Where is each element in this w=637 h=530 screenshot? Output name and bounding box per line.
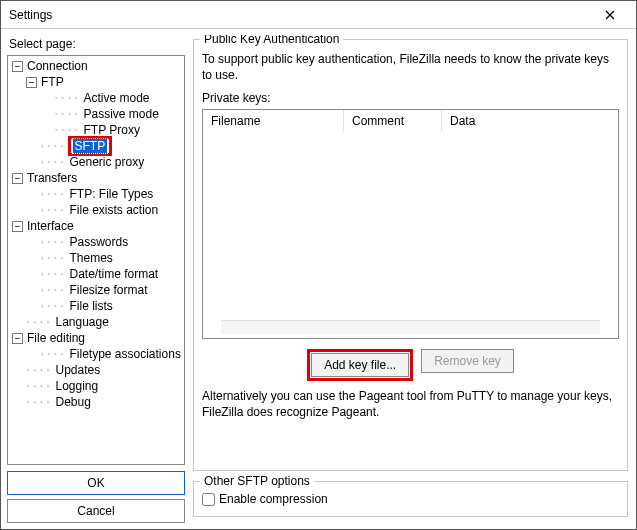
- right-pane: Public Key Authentication To support pub…: [191, 35, 630, 523]
- minus-icon[interactable]: −: [12, 333, 23, 344]
- tree-node-passwords[interactable]: ····Passwords: [26, 234, 184, 250]
- titlebar: Settings: [1, 1, 636, 29]
- minus-icon[interactable]: −: [26, 77, 37, 88]
- highlight-sftp: SFTP: [68, 136, 113, 156]
- tree-node-file-lists[interactable]: ····File lists: [26, 298, 184, 314]
- col-filename[interactable]: Filename: [203, 110, 343, 132]
- close-button[interactable]: [590, 4, 630, 26]
- cancel-button[interactable]: Cancel: [7, 499, 185, 523]
- private-keys-label: Private keys:: [202, 91, 619, 105]
- ok-button[interactable]: OK: [7, 471, 185, 495]
- tree-node-active-mode[interactable]: ····Active mode: [40, 90, 184, 106]
- left-pane: Select page: − Connection − FTP: [7, 35, 185, 523]
- tree-node-datetime-format[interactable]: ····Date/time format: [26, 266, 184, 282]
- tree-node-debug[interactable]: ····Debug: [12, 394, 184, 410]
- tree-node-ftp[interactable]: − FTP: [26, 74, 184, 90]
- settings-window: Settings Select page: − Connection: [0, 0, 637, 530]
- tree-node-file-editing[interactable]: − File editing: [12, 330, 184, 346]
- enable-compression-row[interactable]: Enable compression: [202, 492, 619, 506]
- enable-compression-label: Enable compression: [219, 492, 328, 506]
- tree-node-language[interactable]: ····Language: [12, 314, 184, 330]
- pk-description: To support public key authentication, Fi…: [202, 52, 619, 83]
- col-comment[interactable]: Comment: [343, 110, 441, 132]
- close-icon: [605, 10, 615, 20]
- tree-node-filetype-assoc[interactable]: ····Filetype associations: [26, 346, 184, 362]
- tree-node-file-exists[interactable]: ····File exists action: [26, 202, 184, 218]
- other-sftp-group: Other SFTP options Enable compression: [193, 481, 628, 517]
- minus-icon[interactable]: −: [12, 173, 23, 184]
- other-group-title: Other SFTP options: [200, 474, 314, 488]
- tree-node-sftp[interactable]: ···· SFTP: [26, 138, 184, 154]
- table-header: Filename Comment Data: [203, 110, 618, 132]
- add-key-file-button[interactable]: Add key file...: [311, 353, 409, 377]
- pageant-note: Alternatively you can use the Pageant to…: [202, 389, 619, 420]
- tree-node-themes[interactable]: ····Themes: [26, 250, 184, 266]
- tree-node-passive-mode[interactable]: ····Passive mode: [40, 106, 184, 122]
- tree-node-ftp-filetypes[interactable]: ····FTP: File Types: [26, 186, 184, 202]
- select-page-label: Select page:: [9, 37, 185, 51]
- tree-node-interface[interactable]: − Interface: [12, 218, 184, 234]
- private-keys-table[interactable]: Filename Comment Data: [202, 109, 619, 339]
- horizontal-scrollbar[interactable]: [221, 320, 600, 334]
- remove-key-button[interactable]: Remove key: [421, 349, 514, 373]
- tree-node-logging[interactable]: ····Logging: [12, 378, 184, 394]
- tree-node-updates[interactable]: ····Updates: [12, 362, 184, 378]
- window-title: Settings: [9, 8, 52, 22]
- tree-node-connection[interactable]: − Connection: [12, 58, 184, 74]
- minus-icon[interactable]: −: [12, 221, 23, 232]
- tree-node-filesize-format[interactable]: ····Filesize format: [26, 282, 184, 298]
- dialog-body: Select page: − Connection − FTP: [1, 29, 636, 529]
- table-body: [203, 132, 618, 320]
- pk-group-title: Public Key Authentication: [200, 35, 343, 46]
- pk-auth-group: Public Key Authentication To support pub…: [193, 39, 628, 471]
- minus-icon[interactable]: −: [12, 61, 23, 72]
- highlight-add-key: Add key file...: [307, 349, 413, 381]
- enable-compression-checkbox[interactable]: [202, 493, 215, 506]
- tree-node-transfers[interactable]: − Transfers: [12, 170, 184, 186]
- col-data[interactable]: Data: [441, 110, 618, 132]
- tree-node-generic-proxy[interactable]: ····Generic proxy: [26, 154, 184, 170]
- settings-tree[interactable]: − Connection − FTP ····Active mode: [7, 55, 185, 465]
